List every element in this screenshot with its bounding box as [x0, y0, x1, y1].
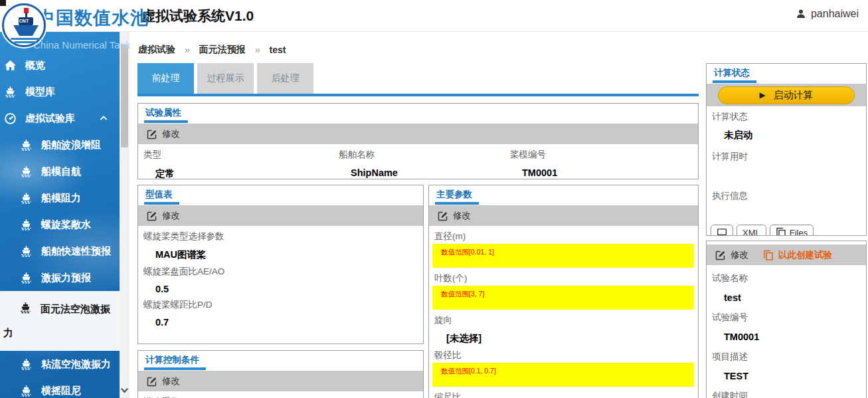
cnt-logo-badge: CNT: [2, 3, 46, 47]
edit-icon: [147, 211, 157, 221]
sidebar-item-self-propulsion[interactable]: 船模自航: [0, 158, 120, 185]
badge-text: CNT: [4, 19, 44, 23]
create-test-from-this-button[interactable]: 以此创建试验: [763, 249, 832, 261]
field-value: MAU图谱桨: [155, 249, 423, 261]
edit-button[interactable]: 修改: [438, 210, 471, 222]
hub-ratio-input[interactable]: 数值范围[0.1, 0.7]: [432, 363, 694, 387]
page-title: 虚拟试验系统V1.0: [141, 7, 254, 25]
range-hint: 数值范围[3, 7]: [441, 290, 484, 298]
field-value: TM0001: [522, 167, 698, 178]
panel-title: 试验属性: [144, 107, 188, 123]
panel-toolbar: 修改: [138, 371, 423, 391]
start-calculation-button[interactable]: ▶ 启动计算: [718, 86, 855, 104]
field-label: 缩尺比: [434, 391, 698, 398]
range-hint: 数值范围[0.01, 1]: [441, 248, 494, 256]
field-value: 定常: [155, 167, 333, 179]
sidebar-item-speed-prediction[interactable]: 船舶快速性预报: [0, 238, 120, 264]
ship-icon: [20, 165, 33, 178]
field-label: 桨模编号: [510, 149, 698, 161]
sidebar-item-wave-added-resistance[interactable]: 船舶波浪增阻: [0, 132, 120, 158]
home-icon: [4, 59, 17, 72]
user-menu[interactable]: panhaiwei: [796, 8, 859, 20]
scrollbar-thumb[interactable]: [121, 45, 128, 148]
ship-icon: [20, 385, 33, 397]
panel-test-info: 修改 以此创建试验 试验名称 test 试验编号 TM0001 项目描述 TES…: [706, 241, 867, 398]
sidebar-item-propeller-open-water[interactable]: 螺旋桨敞水: [0, 211, 120, 238]
panel-calc-status: 计算状态 ▶ 启动计算 计算状态 未启动 计算用时 执行信息 XML Files: [706, 63, 867, 236]
field-value: 0.7: [155, 317, 423, 328]
panel-toolbar: 修改: [138, 124, 698, 144]
ship-icon: [20, 139, 33, 151]
edit-icon: [715, 250, 726, 260]
chevron-up-icon: [98, 113, 109, 124]
edit-button[interactable]: 修改: [147, 128, 180, 140]
panel-toolbar: 修改: [429, 205, 698, 226]
ship-icon: [20, 272, 33, 284]
edit-button[interactable]: 修改: [147, 375, 180, 387]
field-label: 螺旋桨盘面比AE/AO: [143, 266, 423, 278]
main-content: 虚拟试验 » 面元法预报 » test 前处理 过程展示 后处理 试验属性 修改…: [130, 32, 868, 398]
ship-icon: [4, 86, 17, 98]
breadcrumb-separator: »: [185, 45, 190, 55]
files-button[interactable]: Files: [770, 225, 814, 236]
field-label: 叶数(个): [434, 272, 698, 284]
panel-offsets-table: 型值表 修改 螺旋桨类型选择参数 MAU图谱桨 螺旋桨盘面比AE/AO 0.5 …: [137, 185, 424, 344]
field-value: test: [724, 292, 866, 303]
copy-icon: [763, 250, 774, 260]
monitor-icon: [717, 227, 727, 236]
play-icon: ▶: [759, 90, 765, 100]
sidebar-item-overview[interactable]: 概览: [0, 52, 120, 78]
panel-title: 型值表: [144, 189, 179, 205]
sidebar-item-viscous-cavitation[interactable]: 粘流空泡激振力: [0, 351, 120, 377]
panel-toolbar: 修改 以此创建试验: [707, 245, 866, 265]
sidebar-scrollbar[interactable]: [120, 32, 130, 398]
sidebar-item-exciting-force-prediction[interactable]: 激振力预报: [0, 264, 120, 291]
edit-icon: [147, 376, 157, 387]
xml-button[interactable]: XML: [737, 225, 766, 236]
monitor-button[interactable]: [711, 225, 733, 236]
field-label: 旋向: [434, 314, 698, 326]
sidebar-item-model-resistance[interactable]: 船模阻力: [0, 185, 120, 211]
sidebar-item-roll-damping[interactable]: 横摇阻尼: [0, 377, 120, 398]
panel-title: 计算控制条件: [144, 354, 206, 370]
breadcrumb-virtual-test[interactable]: 虚拟试验: [138, 44, 175, 56]
field-label: 试验名称: [712, 272, 866, 284]
breadcrumb-panel-method[interactable]: 面元法预报: [199, 44, 246, 56]
ship-icon: [20, 219, 33, 231]
panel-title: 主要参数: [435, 189, 479, 205]
field-value: TEST: [724, 371, 866, 381]
field-label: 类型: [143, 149, 333, 161]
panel-test-attributes: 试验属性 修改 类型 定常 船舶名称 ShipName 桨模编号 TM0001: [137, 103, 699, 179]
logo-subtitle: China Numerical Tank: [33, 39, 130, 50]
status-actions: XML Files: [711, 225, 866, 236]
ship-icon: [20, 192, 33, 205]
field-value: ShipName: [351, 167, 505, 178]
field-label: 执行信息: [712, 190, 866, 202]
edit-icon: [438, 211, 448, 221]
diameter-input[interactable]: 数值范围[0.01, 1]: [432, 244, 694, 268]
breadcrumb: 虚拟试验 » 面元法预报 » test: [138, 44, 286, 56]
tab-process-display[interactable]: 过程展示: [197, 63, 254, 94]
field-label: 计算用时: [712, 151, 866, 163]
sidebar-item-virtual-test-library[interactable]: 虚拟试验库: [0, 105, 120, 132]
field-label: 船舶名称: [339, 149, 505, 161]
edit-button[interactable]: 修改: [147, 210, 180, 222]
panel-title: 计算状态: [713, 67, 756, 83]
rotation-direction-value: [未选择]: [446, 332, 698, 345]
field-label: 创建时间: [712, 390, 866, 398]
sidebar-item-model-library[interactable]: 模型库: [0, 78, 120, 105]
field-label: 试验编号: [712, 312, 866, 324]
status-value: 未启动: [724, 129, 866, 142]
sidebar-item-panel-method-cavitation[interactable]: 面元法空泡激振力: [0, 291, 120, 351]
field-label: 直径(m): [434, 231, 698, 243]
panel-toolbar: ▶ 启动计算: [707, 84, 866, 106]
edit-button[interactable]: 修改: [715, 249, 748, 261]
dashboard-icon: [4, 112, 17, 125]
chevron-down-icon[interactable]: [120, 385, 130, 395]
blade-count-input[interactable]: 数值范围[3, 7]: [432, 286, 694, 310]
tab-postprocess[interactable]: 后处理: [257, 63, 313, 94]
tab-preprocess[interactable]: 前处理: [137, 63, 194, 94]
tab-underline: [137, 94, 699, 96]
sidebar-nav: 概览 模型库 虚拟试验库 船舶波浪增阻 船模自航 船模阻力 螺旋桨敞水: [0, 32, 120, 398]
ship-icon: [20, 358, 33, 371]
